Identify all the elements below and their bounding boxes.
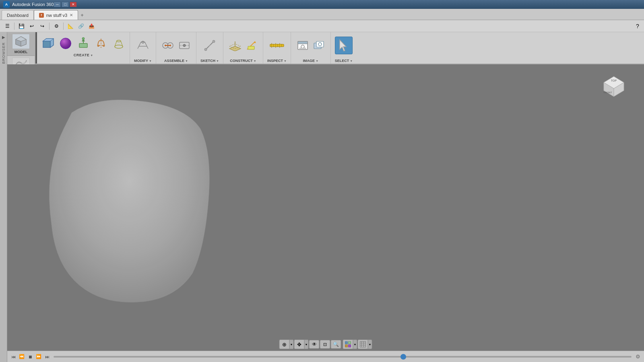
image-canvas-button[interactable]: [295, 38, 310, 53]
select-dropdown-arrow[interactable]: ▼: [350, 60, 353, 62]
create-dropdown-arrow[interactable]: ▼: [90, 54, 93, 57]
display-mode-button[interactable]: [343, 340, 353, 349]
timeline-stop-button[interactable]: ⏹: [27, 353, 34, 360]
grid-button[interactable]: [358, 340, 368, 349]
image-section-label-row: IMAGE ▼: [303, 59, 318, 63]
measure-icon: [270, 43, 284, 48]
timeline-marker[interactable]: [400, 354, 406, 360]
timeline-first-button[interactable]: ⏮: [10, 353, 17, 360]
redo-button[interactable]: ↪: [37, 22, 47, 31]
modify-icon: [136, 40, 150, 51]
workspace-model[interactable]: MODEL: [7, 32, 35, 56]
image-buttons: [295, 33, 326, 58]
construct-buttons: [227, 33, 259, 58]
svg-point-19: [165, 45, 166, 46]
modify-section-label-row: MODIFY ▼: [134, 59, 152, 63]
orbit-dropdown[interactable]: ▼: [289, 340, 293, 349]
bottom-view-toolbar: ⊕ ▼ ✥ ▼ 👁 ⊡ 🔍: [279, 339, 372, 349]
inspect-button[interactable]: [268, 38, 286, 53]
zoom-button[interactable]: 🔍: [331, 340, 341, 349]
sketch-button[interactable]: [201, 37, 218, 54]
modify-buttons: [134, 33, 151, 58]
create-extrude-button[interactable]: [75, 35, 92, 52]
assemble-rigid-button[interactable]: [177, 38, 192, 53]
svg-text:TOP: TOP: [611, 79, 617, 82]
construct-dropdown-arrow[interactable]: ▼: [254, 60, 256, 62]
close-button[interactable]: ✕: [70, 2, 77, 7]
svg-text:FRONT: FRONT: [604, 91, 612, 94]
inspect-section-label: INSPECT: [267, 59, 283, 63]
tab-model[interactable]: f nw stuff v3 ✕: [34, 10, 78, 20]
pan-dropdown[interactable]: ▼: [304, 340, 308, 349]
save-button[interactable]: 💾: [17, 22, 26, 31]
image-dropdown-arrow[interactable]: ▼: [316, 60, 318, 62]
ribbon-modify-section: MODIFY ▼: [130, 32, 156, 64]
construct-plane-button[interactable]: [227, 38, 243, 53]
assemble-section-label-row: ASSEMBLE ▼: [164, 59, 188, 63]
inspect-dropdown-arrow[interactable]: ▼: [284, 60, 287, 62]
svg-rect-53: [345, 341, 348, 344]
canvas-icon: [296, 40, 309, 51]
modify-button[interactable]: [134, 37, 151, 54]
svg-rect-61: [360, 341, 366, 347]
pan-button[interactable]: ✥: [295, 340, 304, 349]
svg-point-23: [183, 44, 186, 47]
axis-icon: [245, 40, 258, 51]
grid-group: ▼: [358, 339, 372, 349]
display-group: ▼: [343, 339, 357, 349]
undo-button[interactable]: ↩: [27, 22, 37, 31]
assemble-buttons: [160, 33, 192, 58]
grid-dropdown[interactable]: ▼: [368, 340, 372, 349]
fit-button[interactable]: ⊡: [320, 340, 330, 349]
timeline-track[interactable]: [54, 356, 632, 358]
timeline-next-button[interactable]: ⏩: [35, 353, 42, 360]
select-button[interactable]: [335, 37, 353, 54]
inspect-section-label-row: INSPECT ▼: [267, 59, 287, 63]
browser-toggle-button[interactable]: ▶: [1, 34, 6, 40]
assemble-dropdown-arrow[interactable]: ▼: [185, 60, 188, 62]
new-tab-button[interactable]: +: [78, 10, 86, 20]
box-icon: [41, 37, 54, 50]
minimize-button[interactable]: ─: [54, 2, 61, 7]
plane-icon: [229, 40, 242, 51]
svg-rect-54: [349, 341, 351, 344]
tab-bar: Dashboard f nw stuff v3 ✕ +: [0, 9, 644, 20]
measure-button[interactable]: 📐: [66, 22, 75, 31]
construct-axis-button[interactable]: [244, 38, 259, 53]
preferences-button[interactable]: ⚙: [52, 22, 61, 31]
ribbon-create-section: CREATE ▼: [37, 32, 130, 64]
orbit-button[interactable]: ⊕: [280, 340, 289, 349]
image-decal-button[interactable]: [311, 38, 326, 53]
ribbon-sketch-section: SKETCH ▼: [196, 32, 223, 64]
app-icon: A: [3, 1, 10, 8]
select-buttons: [335, 33, 353, 58]
link-button[interactable]: 🔗: [76, 22, 86, 31]
create-box-wrapper: [39, 35, 56, 52]
help-button[interactable]: ?: [634, 22, 642, 30]
ribbon-assemble-section: ASSEMBLE ▼: [156, 32, 196, 64]
timeline-last-button[interactable]: ⏭: [43, 353, 51, 360]
menu-button[interactable]: ☰: [2, 22, 12, 31]
create-buttons: [39, 35, 127, 52]
share-button[interactable]: 📤: [87, 22, 96, 31]
create-loft-button[interactable]: [110, 35, 127, 52]
svg-marker-46: [340, 40, 346, 51]
browser-panel: ▶ BROWSER: [0, 32, 7, 362]
create-revolve-button[interactable]: [93, 35, 109, 52]
timeline-settings-button[interactable]: ⚙: [634, 353, 642, 360]
decal-icon: [313, 40, 324, 51]
timeline-prev-button[interactable]: ⏪: [18, 353, 25, 360]
maximize-button[interactable]: □: [62, 2, 69, 7]
create-sphere-button[interactable]: [57, 35, 74, 52]
svg-point-25: [213, 40, 215, 43]
tab-dashboard[interactable]: Dashboard: [2, 10, 34, 20]
tab-model-label: nw stuff v3: [46, 13, 67, 18]
display-dropdown[interactable]: ▼: [353, 340, 357, 349]
tab-model-close[interactable]: ✕: [70, 13, 73, 17]
view-cube[interactable]: TOP FRONT: [596, 70, 632, 107]
look-button[interactable]: 👁: [309, 340, 320, 349]
assemble-joint-button[interactable]: [160, 38, 175, 53]
create-box-button[interactable]: [39, 35, 56, 52]
modify-dropdown-arrow[interactable]: ▼: [149, 60, 152, 62]
sketch-dropdown-arrow[interactable]: ▼: [216, 60, 219, 62]
